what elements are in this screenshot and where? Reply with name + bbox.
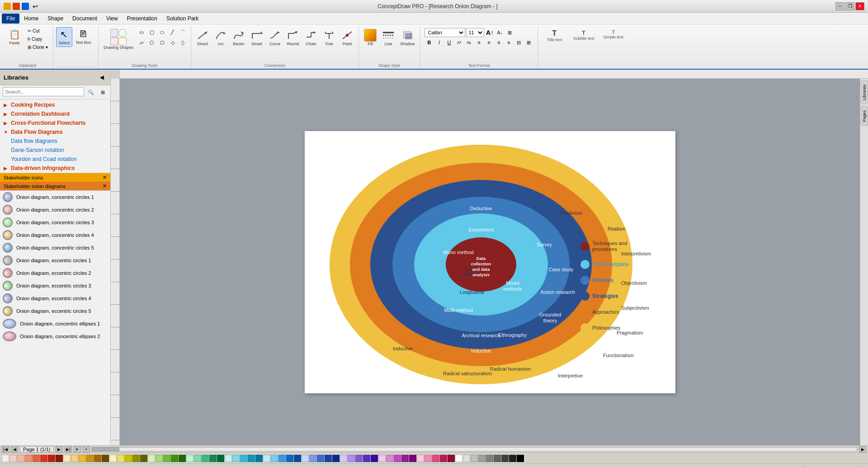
ellipse-shape[interactable]: ⬭ — [157, 27, 167, 37]
outdent-btn[interactable]: ⊞ — [524, 38, 533, 47]
hscroll-thumb[interactable] — [92, 448, 119, 451]
color-swatch[interactable] — [171, 455, 178, 462]
color-swatch[interactable] — [478, 455, 486, 462]
color-swatch[interactable] — [125, 455, 132, 462]
lib-item-1[interactable]: Onion diagram, concentric circles 1 — [0, 191, 110, 203]
menu-view[interactable]: View — [102, 14, 123, 24]
shape-9[interactable]: ⬯ — [178, 38, 188, 47]
color-swatch[interactable] — [263, 455, 270, 462]
color-swatch[interactable] — [217, 455, 224, 462]
color-swatch[interactable] — [25, 455, 32, 462]
color-swatch[interactable] — [48, 455, 55, 462]
color-swatch[interactable] — [394, 455, 401, 462]
color-swatch[interactable] — [194, 455, 201, 462]
font-grow-btn[interactable]: A↑ — [485, 28, 494, 37]
menu-presentation[interactable]: Presentation — [123, 14, 162, 24]
tree-connector[interactable]: Tree — [321, 27, 338, 48]
search-input[interactable] — [3, 87, 84, 96]
round-connector[interactable]: Round — [284, 27, 302, 48]
page-dropdown[interactable]: ▾ — [74, 446, 81, 453]
italic-btn[interactable]: I — [434, 38, 443, 47]
lib-item-3[interactable]: Onion diagram, concentric circles 3 — [0, 216, 110, 229]
stakeholder-icons-close[interactable]: ✕ — [103, 175, 107, 180]
sidebar-item-crossfunc[interactable]: ▶ Cross-Functional Flowcharts — [0, 118, 110, 127]
scroll-first[interactable]: |◀ — [2, 446, 9, 453]
color-swatch[interactable] — [63, 455, 71, 462]
color-swatch[interactable] — [163, 455, 170, 462]
minimize-button[interactable]: ─ — [835, 2, 844, 10]
underline-btn[interactable]: U — [444, 38, 453, 47]
point-connector[interactable]: Point — [339, 27, 356, 48]
color-swatch[interactable] — [186, 455, 193, 462]
color-swatch[interactable] — [9, 455, 17, 462]
lib-item-11[interactable]: Onion diagram, concentric ellipses 1 — [0, 317, 110, 330]
indent-btn[interactable]: ⊟ — [514, 38, 523, 47]
search-button[interactable]: 🔍 — [86, 87, 96, 97]
superscript-btn[interactable]: A² — [454, 38, 463, 47]
color-swatch[interactable] — [363, 455, 370, 462]
more-btn[interactable]: ⊞ — [505, 28, 514, 37]
align-left-btn[interactable]: ≡ — [474, 38, 483, 47]
menu-home[interactable]: Home — [19, 14, 43, 24]
stakeholder-icons-section[interactable]: Stakeholder icons ✕ — [0, 173, 110, 182]
line-style-button[interactable]: Line — [380, 27, 397, 48]
arc-shape[interactable]: ⌒ — [178, 27, 188, 37]
color-swatch[interactable] — [71, 455, 78, 462]
color-swatch[interactable] — [94, 455, 101, 462]
bezier-connector[interactable]: Bezier — [230, 27, 247, 48]
sidebar-item-dataflow-3[interactable]: Yourdon and Coad notation — [0, 155, 110, 164]
canvas-scroll[interactable]: Positivism Realism Interpretivism Object… — [120, 79, 860, 445]
select-button[interactable]: ↖ Select — [56, 27, 72, 47]
sidebar-item-dataflow-2[interactable]: Gane-Sarson notation — [0, 146, 110, 155]
quick-access-1[interactable]: ↩ — [31, 2, 40, 11]
color-swatch[interactable] — [417, 455, 424, 462]
paste-button[interactable]: 📋 Paste — [5, 27, 24, 47]
color-swatch[interactable] — [278, 455, 286, 462]
color-swatch[interactable] — [401, 455, 409, 462]
rounded-rect-shape[interactable]: ▢ — [147, 27, 157, 37]
color-swatch[interactable] — [332, 455, 340, 462]
font-size-selector[interactable]: 11 — [466, 28, 484, 37]
color-swatch[interactable] — [179, 455, 186, 462]
clone-button[interactable]: ⊞ Clone ▾ — [25, 43, 50, 51]
stakeholder-onion-section[interactable]: Stakeholder onion diagrams ✕ — [0, 182, 110, 190]
font-selector[interactable]: Calibri — [425, 28, 465, 37]
color-swatch[interactable] — [317, 455, 324, 462]
color-swatch[interactable] — [355, 455, 363, 462]
color-swatch[interactable] — [255, 455, 263, 462]
color-swatch[interactable] — [302, 455, 309, 462]
right-tab-pages[interactable]: Pages — [861, 106, 868, 126]
menu-shape[interactable]: Shape — [43, 14, 68, 24]
zoom-out-btn[interactable]: 🔍 — [854, 464, 864, 467]
scroll-prev[interactable]: ◀ — [11, 446, 18, 453]
simple-text-button[interactable]: T Simple text — [599, 27, 628, 42]
color-swatch[interactable] — [471, 455, 478, 462]
curve-connector[interactable]: Curve — [266, 27, 283, 48]
color-swatch[interactable] — [33, 455, 40, 462]
color-swatch[interactable] — [117, 455, 124, 462]
color-swatch[interactable] — [494, 455, 501, 462]
fill-button[interactable]: Fill — [362, 27, 379, 48]
color-swatch[interactable] — [455, 455, 462, 462]
color-swatch[interactable] — [386, 455, 393, 462]
restore-button[interactable]: ❐ — [845, 2, 854, 10]
color-swatch[interactable] — [209, 455, 217, 462]
color-swatch[interactable] — [325, 455, 332, 462]
color-swatch[interactable] — [248, 455, 255, 462]
color-swatch[interactable] — [463, 455, 470, 462]
color-swatch[interactable] — [56, 455, 63, 462]
color-swatch[interactable] — [86, 455, 94, 462]
canvas-page[interactable]: Positivism Realism Interpretivism Object… — [305, 131, 675, 393]
color-swatch[interactable] — [202, 455, 209, 462]
sidebar-item-correlation[interactable]: ▶ Correlation Dashboard — [0, 109, 110, 118]
hscroll-track[interactable] — [92, 447, 857, 452]
line-shape[interactable]: ╱ — [168, 27, 178, 37]
color-swatch[interactable] — [148, 455, 155, 462]
color-swatch[interactable] — [409, 455, 416, 462]
subscript-btn[interactable]: A₂ — [464, 38, 473, 47]
lib-item-6[interactable]: Onion diagram, eccentric circles 1 — [0, 254, 110, 267]
shape-8[interactable]: ◇ — [168, 38, 178, 47]
color-swatch[interactable] — [501, 455, 509, 462]
lib-item-12[interactable]: Onion diagram, concentric ellipses 2 — [0, 330, 110, 343]
lib-item-9[interactable]: Onion diagram, eccentric circles 4 — [0, 292, 110, 305]
